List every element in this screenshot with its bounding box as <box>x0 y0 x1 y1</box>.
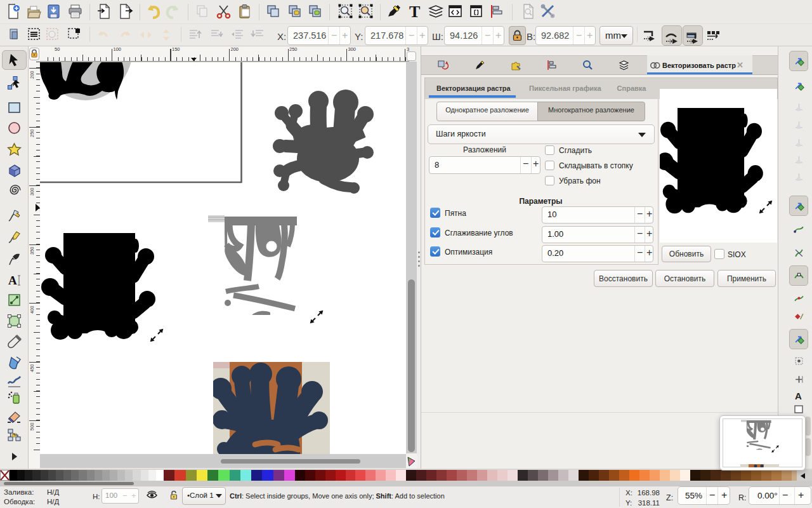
svg-text:A: A <box>8 274 17 287</box>
